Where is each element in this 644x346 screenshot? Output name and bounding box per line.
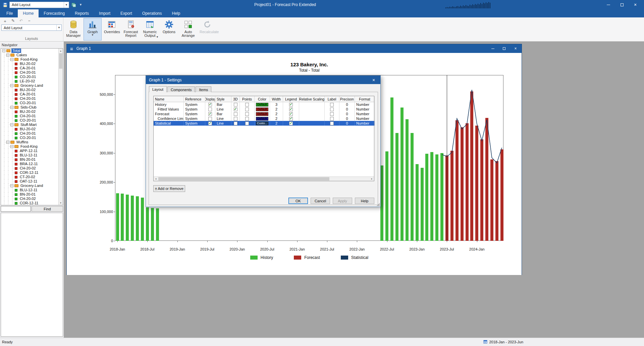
dialog-tab-layout[interactable]: Layout xyxy=(149,86,167,92)
tab-operations[interactable]: Operations xyxy=(137,9,167,17)
tree-node-total[interactable]: −Total xyxy=(2,49,58,53)
checkbox-unchecked[interactable] xyxy=(234,117,237,121)
find-button[interactable]: Find xyxy=(32,206,63,212)
checkbox-checked[interactable]: ✓ xyxy=(208,103,212,107)
ok-button[interactable]: OK xyxy=(288,198,308,204)
checkbox-unchecked[interactable] xyxy=(234,122,237,125)
tree-node-cakes[interactable]: −Cakes xyxy=(2,53,58,57)
color-chip[interactable]: Default xyxy=(256,108,268,111)
scroll-right-icon[interactable]: ► xyxy=(370,177,374,181)
maximize-button[interactable] xyxy=(615,0,629,9)
tab-file[interactable]: File xyxy=(1,9,18,17)
dialog-tab-items[interactable]: Items xyxy=(196,86,211,92)
find-input[interactable] xyxy=(1,206,31,212)
add-or-remove-button[interactable]: ± Add or Remove xyxy=(153,185,185,192)
tree-node-stuff-mart[interactable]: −Stuff-Mart xyxy=(2,123,58,127)
settings-row-statistical[interactable]: StatisticalSystem✓LineCusto...2✓0Number xyxy=(154,121,374,126)
column-header-name[interactable]: Name xyxy=(154,96,184,102)
tab-import[interactable]: Import xyxy=(94,9,115,17)
tree-node-ch-20-01[interactable]: CH-20-01 xyxy=(2,96,58,101)
tree-node-ct-20-02[interactable]: CT-20-02 xyxy=(2,175,58,179)
checkbox-unchecked[interactable] xyxy=(330,122,334,125)
tree-node-blu-12-11[interactable]: BLU-12-11 xyxy=(2,153,58,157)
checkbox-checked[interactable]: ✓ xyxy=(234,108,237,111)
hscrollbar-thumb[interactable] xyxy=(158,177,329,181)
checkbox-unchecked[interactable] xyxy=(330,103,334,107)
checkbox-unchecked[interactable] xyxy=(208,117,212,121)
checkbox-unchecked[interactable] xyxy=(330,108,334,111)
column-header-legend[interactable]: Legend xyxy=(283,96,299,102)
tree-node-bu-20-02[interactable]: BU-20-02 xyxy=(2,62,58,66)
column-header-width[interactable]: Width xyxy=(270,96,283,102)
resize-grip[interactable] xyxy=(377,203,380,206)
options-button[interactable]: Options xyxy=(160,18,178,41)
settings-row-confidence-limits[interactable]: Confidence LimitsSystemLineDefault2✓0Num… xyxy=(154,116,374,121)
checkbox-unchecked[interactable] xyxy=(245,112,249,116)
child-minimize-button[interactable] xyxy=(490,46,495,51)
tree-node-bra-12-11[interactable]: BRA-12-11 xyxy=(2,162,58,166)
child-close-button[interactable]: × xyxy=(513,46,518,51)
tab-export[interactable]: Export xyxy=(115,9,137,17)
tree-node-ch-20-01[interactable]: CH-20-01 xyxy=(2,70,58,75)
dialog-close-icon[interactable]: × xyxy=(370,77,377,83)
cancel-button[interactable]: Cancel xyxy=(311,198,330,204)
column-header-color[interactable]: Color xyxy=(255,96,270,102)
settings-row-forecast[interactable]: ForecastSystem✓BarDefault2✓0Number xyxy=(154,112,374,116)
column-header-style[interactable]: Style xyxy=(215,96,231,102)
column-header-label[interactable]: Label xyxy=(325,96,339,102)
tree-node-ca-20-01[interactable]: CA-20-01 xyxy=(2,92,58,96)
quick-layout-combobox[interactable]: Add Layout ▼ xyxy=(9,2,69,8)
tree-node-ch-20-02[interactable]: CH-20-02 xyxy=(2,197,58,201)
save-icon[interactable] xyxy=(2,2,8,8)
checkbox-checked[interactable]: ✓ xyxy=(289,112,293,116)
tree-node-co-20-01[interactable]: CO-20-01 xyxy=(2,75,58,79)
column-header-points[interactable]: Points xyxy=(240,96,255,102)
checkbox-unchecked[interactable] xyxy=(245,117,249,121)
tab-reports[interactable]: Reports xyxy=(70,9,94,17)
numeric-output-button[interactable]: Numeric Output ▼ xyxy=(141,18,159,41)
help-button[interactable]: Help xyxy=(355,198,374,204)
collapse-icon[interactable]: − xyxy=(6,54,9,57)
collapse-icon[interactable]: − xyxy=(10,184,13,187)
tree-node-bn-20-01[interactable]: BN-20-01 xyxy=(2,192,58,197)
graph-window-titlebar[interactable]: ≡ Graph 1 × xyxy=(67,44,522,53)
checkbox-checked[interactable]: ✓ xyxy=(289,122,293,125)
chevron-down-icon[interactable]: ▼ xyxy=(156,36,159,39)
collapse-icon[interactable]: − xyxy=(10,145,13,148)
color-chip[interactable]: Default xyxy=(256,103,268,107)
checkbox-checked[interactable]: ✓ xyxy=(208,112,212,116)
chevron-down-icon[interactable]: ▼ xyxy=(91,34,94,37)
close-button[interactable]: × xyxy=(629,0,642,9)
tree-node-co-20-01[interactable]: CO-20-01 xyxy=(2,136,58,140)
column-header-format[interactable]: Format xyxy=(355,96,375,102)
settings-row-history[interactable]: HistorySystem✓BarDefault3✓0Number xyxy=(154,102,374,107)
checkbox-unchecked[interactable] xyxy=(234,103,237,107)
checkbox-unchecked[interactable] xyxy=(234,112,237,116)
checkbox-unchecked[interactable] xyxy=(245,108,249,111)
graph-button[interactable]: Graph ▼ xyxy=(84,18,102,41)
color-chip[interactable]: Default xyxy=(256,112,268,116)
tree-node-ch-20-02[interactable]: CH-20-02 xyxy=(2,166,58,170)
tree-node-ch-20-01[interactable]: CH-20-01 xyxy=(2,131,58,136)
column-header-display[interactable]: Display xyxy=(205,96,215,102)
checkbox-unchecked[interactable] xyxy=(245,122,249,125)
collapse-icon[interactable]: − xyxy=(10,58,13,61)
auto-arrange-button[interactable]: Auto Arrange xyxy=(179,18,197,41)
tree-node-muffins[interactable]: −Muffins xyxy=(2,140,58,144)
checkbox-unchecked[interactable] xyxy=(245,103,249,107)
checkbox-checked[interactable]: ✓ xyxy=(289,103,293,107)
column-header-3d[interactable]: 3D xyxy=(231,96,240,102)
tree-node-co-20-01[interactable]: CO-20-01 xyxy=(2,118,58,123)
chevron-down-icon[interactable]: ▼ xyxy=(56,25,61,30)
column-header-precison[interactable]: Precison xyxy=(339,96,355,102)
minimize-button[interactable] xyxy=(602,0,615,9)
tree-node-cor-12-11[interactable]: COR-12-11 xyxy=(2,201,58,205)
dialog-titlebar[interactable]: Graph 1 - Settings × xyxy=(146,76,380,84)
tab-home[interactable]: Home xyxy=(18,9,39,17)
checkbox-checked[interactable]: ✓ xyxy=(289,108,293,111)
tree-node-bn-20-01[interactable]: BN-20-01 xyxy=(2,157,58,162)
scroll-up-icon[interactable]: ▲ xyxy=(59,49,63,53)
color-chip[interactable]: Default xyxy=(256,117,268,121)
undo-icon[interactable]: ↶ xyxy=(19,18,23,24)
checkbox-checked[interactable]: ✓ xyxy=(289,117,293,121)
